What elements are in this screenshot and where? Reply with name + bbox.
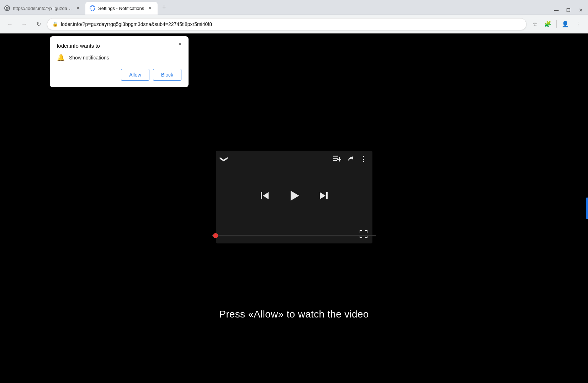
player-controls — [216, 166, 372, 228]
tab-close-1[interactable]: ✕ — [75, 5, 81, 11]
url-bar[interactable]: 🔒 loder.info/?p=guzdayrrgq5gi3bpgm3dsna&… — [47, 18, 526, 30]
share-button[interactable] — [347, 154, 354, 163]
progress-bar[interactable] — [212, 235, 376, 236]
player-top-right: ⋮ — [333, 154, 367, 164]
svg-marker-12 — [320, 192, 325, 199]
menu-button[interactable]: ⋮ — [572, 19, 584, 30]
skip-next-button[interactable] — [318, 190, 329, 204]
tab-close-2[interactable]: ✕ — [147, 5, 153, 11]
minimize-button[interactable]: — — [552, 5, 561, 15]
browser-window: https://loder.info/?p=guzdayrrgc... ✕ Se… — [0, 0, 588, 383]
progress-thumb — [213, 233, 218, 238]
toolbar-right: ☆ 🧩 👤 ⋮ — [529, 19, 584, 30]
lock-icon: 🔒 — [52, 21, 58, 27]
close-button[interactable]: ✕ — [576, 5, 585, 15]
player-top-bar: ❯ — [216, 151, 372, 166]
toolbar-divider — [556, 20, 557, 28]
tab-active[interactable]: Settings - Notifications ✕ — [85, 2, 158, 15]
svg-rect-11 — [326, 192, 328, 199]
tab-favicon-1 — [4, 5, 10, 11]
cta-text: Press «Allow» to watch the video — [219, 309, 369, 320]
window-controls: — ❐ ✕ — [552, 5, 588, 15]
popup-buttons: Allow Block — [57, 69, 181, 81]
refresh-button[interactable]: ↻ — [33, 19, 44, 30]
svg-rect-8 — [261, 192, 262, 199]
popup-title: loder.info wants to — [57, 43, 181, 49]
svg-marker-9 — [263, 192, 269, 199]
allow-button[interactable]: Allow — [121, 69, 149, 81]
permission-label: Show notifications — [69, 55, 109, 61]
playlist-add-button[interactable] — [333, 155, 341, 163]
popup-permission-row: 🔔 Show notifications — [57, 54, 181, 62]
back-button[interactable]: ← — [4, 19, 16, 30]
bell-icon: 🔔 — [57, 54, 65, 62]
tab-favicon-2 — [90, 5, 95, 11]
extensions-button[interactable]: 🧩 — [542, 19, 553, 30]
block-button[interactable]: Block — [153, 69, 181, 81]
new-tab-button[interactable]: + — [159, 2, 169, 12]
more-options-button[interactable]: ⋮ — [360, 154, 367, 164]
play-button[interactable] — [288, 189, 301, 205]
tab-inactive[interactable]: https://loder.info/?p=guzdayrrgc... ✕ — [0, 2, 85, 15]
tab-label-2: Settings - Notifications — [98, 6, 144, 11]
video-player: ❯ — [216, 151, 372, 243]
forward-button[interactable]: → — [18, 19, 30, 30]
address-bar: ← → ↻ 🔒 loder.info/?p=guzdayrrgq5gi3bpgm… — [0, 15, 588, 33]
blue-edge — [586, 198, 588, 219]
popup-close-button[interactable]: × — [176, 40, 184, 48]
profile-button[interactable]: 👤 — [560, 19, 571, 30]
maximize-button[interactable]: ❐ — [564, 5, 573, 15]
svg-marker-10 — [291, 190, 299, 200]
skip-previous-button[interactable] — [259, 190, 270, 204]
tab-label-1: https://loder.info/?p=guzdayrrgc... — [13, 6, 72, 11]
collapse-button[interactable]: ❯ — [219, 156, 229, 162]
page-content: × loder.info wants to 🔔 Show notificatio… — [0, 33, 588, 383]
bookmark-button[interactable]: ☆ — [529, 19, 541, 30]
tab-bar: https://loder.info/?p=guzdayrrgc... ✕ Se… — [0, 0, 588, 15]
url-text: loder.info/?p=guzdayrrgq5gi3bpgm3dsna&su… — [61, 21, 521, 27]
notification-popup: × loder.info wants to 🔔 Show notificatio… — [50, 36, 189, 87]
